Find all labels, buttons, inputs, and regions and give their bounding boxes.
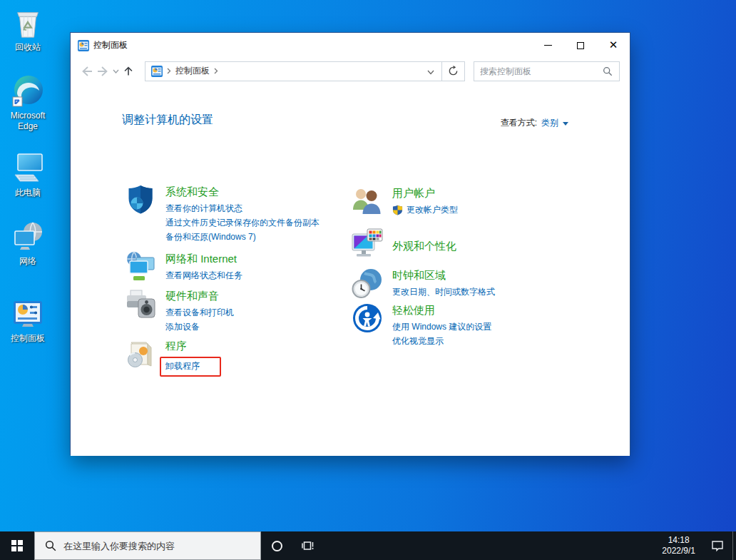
- change-account-type-link[interactable]: 更改帐户类型: [392, 203, 458, 217]
- task-view-button[interactable]: [292, 531, 324, 560]
- task-link[interactable]: 查看设备和打印机: [165, 305, 234, 320]
- task-view-icon: [301, 539, 315, 553]
- uninstall-program-link[interactable]: 卸载程序: [165, 361, 200, 372]
- desktop-icon-label: 此电脑: [15, 188, 41, 198]
- desktop-icon-this-pc[interactable]: 此电脑: [1, 151, 55, 198]
- action-center-button[interactable]: [702, 531, 732, 560]
- taskbar-search-input[interactable]: [63, 541, 260, 551]
- windows-logo-icon: [11, 540, 23, 551]
- task-link[interactable]: 备份和还原(Windows 7): [165, 230, 320, 244]
- refresh-button[interactable]: [441, 62, 464, 81]
- search-icon: [35, 540, 63, 551]
- address-bar[interactable]: 控制面板: [145, 61, 465, 81]
- category-system-security: 系统和安全 查看你的计算机状态 通过文件历史记录保存你的文件备份副本 备份和还原…: [125, 184, 320, 244]
- taskbar-clock[interactable]: 14:18 2022/9/1: [655, 531, 702, 560]
- desktop-icon-network[interactable]: 网络: [1, 220, 55, 267]
- network-internet-icon[interactable]: [125, 251, 156, 282]
- ease-of-access-icon[interactable]: [352, 302, 383, 334]
- category-title[interactable]: 外观和个性化: [392, 238, 456, 253]
- category-hardware-sound: 硬件和声音 查看设备和打印机 添加设备: [125, 288, 234, 334]
- chevron-right-icon[interactable]: [214, 68, 218, 74]
- category-title[interactable]: 硬件和声音: [165, 288, 234, 303]
- view-by: 查看方式: 类别: [501, 117, 568, 129]
- window-title: 控制面板: [93, 39, 128, 51]
- breadcrumb-item-control-panel[interactable]: 控制面板: [175, 65, 210, 77]
- task-link[interactable]: 更改日期、时间或数字格式: [392, 285, 495, 299]
- task-link[interactable]: 查看你的计算机状态: [165, 201, 320, 215]
- control-panel-window: 控制面板 ✕: [70, 32, 630, 455]
- programs-icon[interactable]: [125, 338, 156, 370]
- clock-time: 14:18: [668, 535, 690, 546]
- clock-date: 2022/9/1: [662, 546, 695, 556]
- back-button[interactable]: [79, 62, 95, 81]
- red-highlight-annotation: 卸载程序: [160, 357, 221, 377]
- category-title[interactable]: 程序: [165, 338, 221, 353]
- hardware-sound-icon[interactable]: [125, 288, 156, 320]
- task-link[interactable]: 通过文件历史记录保存你的文件备份副本: [165, 215, 320, 230]
- navigation-bar: 控制面板: [71, 58, 630, 84]
- desktop-icon-edge[interactable]: Microsoft Edge: [1, 74, 55, 132]
- desktop-icon-recycle-bin[interactable]: 回收站: [1, 6, 55, 53]
- maximize-button[interactable]: [564, 33, 597, 58]
- minimize-button[interactable]: [531, 33, 564, 58]
- category-title[interactable]: 时钟和区域: [392, 268, 495, 282]
- task-link[interactable]: 添加设备: [165, 320, 234, 334]
- start-button[interactable]: [0, 531, 34, 560]
- category-title[interactable]: 轻松使用: [392, 302, 491, 317]
- desktop-icon-label: 控制面板: [11, 333, 45, 344]
- category-user-accounts: 用户帐户 更改帐户类型: [352, 185, 458, 217]
- chevron-down-icon[interactable]: [563, 122, 568, 126]
- desktop-icon-label: Microsoft Edge: [1, 111, 54, 132]
- desktop-icon-control-panel[interactable]: 控制面板: [1, 297, 55, 344]
- window-titlebar: 控制面板 ✕: [71, 33, 630, 58]
- cortana-button[interactable]: [261, 531, 292, 560]
- cortana-icon: [272, 541, 282, 551]
- address-dropdown-chevron-icon[interactable]: [420, 65, 441, 78]
- action-center-icon: [710, 539, 725, 553]
- control-panel-home: 调整计算机的设置 查看方式: 类别 系统和安: [71, 84, 630, 456]
- chevron-right-icon: [167, 68, 171, 74]
- category-clock-region: 时钟和区域 更改日期、时间或数字格式: [352, 268, 495, 299]
- task-link[interactable]: 查看网络状态和任务: [165, 268, 242, 282]
- edge-icon: [11, 74, 45, 108]
- recycle-bin-icon: [11, 6, 45, 40]
- close-button[interactable]: ✕: [597, 33, 630, 58]
- search-input[interactable]: [474, 66, 596, 76]
- window-title-icon: [78, 40, 89, 51]
- user-accounts-icon[interactable]: [352, 185, 383, 217]
- clock-region-icon[interactable]: [352, 268, 383, 299]
- category-network-internet: 网络和 Internet 查看网络状态和任务: [125, 251, 242, 282]
- breadcrumb-control-panel-icon: [151, 66, 163, 77]
- appearance-icon[interactable]: [352, 228, 383, 260]
- taskbar-search[interactable]: [34, 531, 261, 560]
- taskbar: 14:18 2022/9/1: [0, 531, 736, 560]
- breadcrumb[interactable]: 控制面板: [145, 65, 420, 77]
- search-icon[interactable]: [596, 66, 619, 76]
- desktop: 回收站 Microsoft Edge: [0, 0, 736, 531]
- this-pc-icon: [11, 151, 45, 185]
- category-title[interactable]: 网络和 Internet: [165, 251, 242, 266]
- view-by-value[interactable]: 类别: [541, 117, 558, 129]
- forward-button[interactable]: [95, 62, 111, 81]
- view-by-label: 查看方式:: [501, 117, 537, 129]
- control-panel-icon: [11, 297, 45, 331]
- desktop-icon-label: 回收站: [15, 42, 41, 53]
- show-desktop-button[interactable]: [732, 531, 736, 560]
- category-ease-of-access: 轻松使用 使用 Windows 建议的设置 优化视觉显示: [352, 302, 491, 348]
- uac-shield-icon: [392, 205, 403, 215]
- category-appearance-personalization: 外观和个性化: [352, 227, 456, 260]
- system-security-icon[interactable]: [125, 184, 156, 215]
- category-title[interactable]: 系统和安全: [165, 184, 320, 199]
- task-link[interactable]: 优化视觉显示: [392, 334, 491, 348]
- category-programs: 程序 卸载程序: [125, 338, 221, 377]
- task-link[interactable]: 使用 Windows 建议的设置: [392, 320, 491, 334]
- desktop-icon-label: 网络: [19, 256, 36, 267]
- network-places-icon: [11, 220, 45, 254]
- category-title[interactable]: 用户帐户: [392, 185, 458, 200]
- page-title: 调整计算机的设置: [122, 113, 213, 128]
- recent-pages-chevron-icon[interactable]: [111, 62, 121, 81]
- control-panel-search[interactable]: [474, 61, 620, 81]
- up-button[interactable]: [121, 62, 136, 81]
